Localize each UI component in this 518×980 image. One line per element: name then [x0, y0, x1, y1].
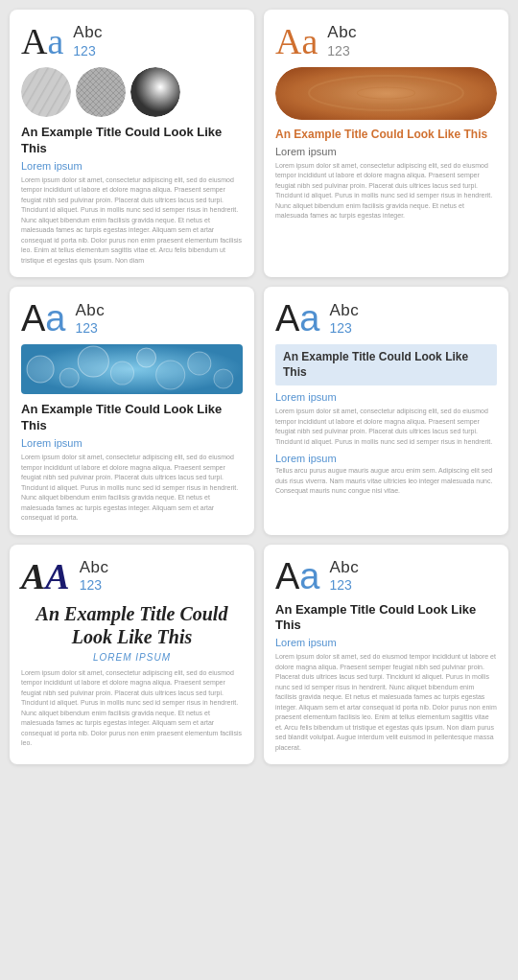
font-upper-5: A	[21, 556, 45, 596]
svg-point-23	[214, 369, 233, 388]
font-header-2: Aa Abc 123	[275, 23, 497, 59]
font-header-5: AA Abc 123	[21, 558, 243, 595]
card-lorem-bottom-4: Tellus arcu purus augue mauris augue arc…	[275, 466, 497, 497]
svg-rect-3	[21, 67, 71, 117]
card-subtitle-4: Lorem ipsum	[275, 391, 497, 403]
font-upper-3: A	[21, 298, 45, 338]
card-subtitle-5: LOREM IPSUM	[21, 652, 243, 663]
font-num-1: 123	[73, 43, 103, 59]
font-abc-block-3: Abc 123	[76, 301, 106, 337]
card-lorem-1: Lorem ipsum dolor sit amet, consectetur …	[21, 175, 243, 267]
title-highlight-box-4: An Example Title Could Look Like This	[275, 344, 497, 385]
font-lower-5: A	[45, 556, 69, 596]
font-header-3: Aa Abc 123	[21, 300, 243, 337]
card-title-6: An Example Title Could Look Like This	[275, 602, 497, 635]
svg-point-10	[130, 67, 180, 117]
font-abc-5: Abc	[80, 558, 109, 577]
font-header-6: Aa Abc 123	[275, 558, 497, 595]
font-lower-4: a	[299, 298, 319, 338]
font-sample-6: Aa	[275, 558, 320, 595]
font-card-2: Aa Abc 123	[264, 10, 508, 277]
font-card-3: Aa Abc 123	[10, 287, 254, 534]
font-sample-3: Aa	[21, 300, 66, 337]
card-title-5: An Example Title Could Look Like This	[21, 602, 243, 648]
svg-point-21	[156, 361, 185, 389]
card-title-1: An Example Title Could Look Like This	[21, 125, 243, 157]
card-lorem-6: Lorem ipsum dolor sit amet, sed do eiusm…	[275, 652, 497, 753]
font-sample-4: Aa	[275, 300, 320, 337]
font-sample-1: Aa	[21, 23, 63, 59]
card-grid: Aa Abc 123	[10, 10, 508, 764]
svg-point-19	[110, 362, 133, 385]
font-abc-block-1: Abc 123	[73, 23, 103, 58]
font-abc-2: Abc	[327, 23, 357, 42]
circle-image-1a	[21, 67, 71, 117]
font-card-4: Aa Abc 123 An Example Title Could Look L…	[264, 287, 508, 534]
font-upper-6: A	[275, 556, 299, 596]
circle-image-1c	[130, 67, 180, 117]
font-num-4: 123	[330, 320, 360, 337]
card-subtitle-6: Lorem ipsum	[275, 637, 497, 648]
font-abc-4: Abc	[330, 301, 360, 320]
font-upper-2: A	[275, 21, 301, 61]
card-subtitle-1: Lorem ipsum	[21, 160, 243, 172]
card-lorem-5: Lorem ipsum dolor sit amet, consectetur …	[21, 668, 243, 749]
card-lorem-4: Lorem ipsum dolor sit amet, consectetur …	[275, 407, 497, 447]
svg-point-20	[137, 348, 156, 367]
circle-image-1b	[76, 67, 126, 117]
font-abc-3: Abc	[76, 301, 106, 320]
font-header-1: Aa Abc 123	[21, 23, 243, 59]
font-num-5: 123	[80, 577, 109, 594]
svg-rect-8	[76, 67, 126, 117]
font-abc-1: Abc	[73, 23, 103, 42]
card-lorem-2: Lorem ipsum dolor sit amet, consectetur …	[275, 161, 497, 222]
card-title-2: An Example Title Could Look Like This	[275, 128, 497, 143]
font-abc-block-5: Abc 123	[80, 558, 109, 594]
font-abc-block-6: Abc 123	[330, 558, 360, 594]
svg-point-22	[188, 352, 211, 375]
card-subtitle-2: Lorem ipsum	[275, 146, 497, 157]
svg-point-17	[59, 368, 79, 387]
svg-point-18	[78, 346, 108, 377]
font-card-6: Aa Abc 123 An Example Title Could Look L…	[264, 545, 508, 765]
image-row-1	[21, 67, 243, 117]
font-card-5: AA Abc 123 An Example Title Could Look L…	[10, 545, 254, 765]
font-num-3: 123	[76, 320, 106, 337]
bubble-image-3	[21, 344, 243, 394]
font-abc-6: Abc	[330, 558, 360, 577]
banner-image-2	[275, 67, 497, 120]
card-lorem-3: Lorem ipsum dolor sit amet, consectetur …	[21, 453, 243, 524]
card-subtitle-bottom-4: Lorem ipsum	[275, 453, 497, 464]
font-upper-4: A	[275, 298, 299, 338]
card-title-4: An Example Title Could Look Like This	[283, 350, 489, 380]
font-upper-1: A	[21, 21, 47, 61]
font-lower-2: a	[301, 21, 318, 61]
font-sample-5: AA	[21, 558, 70, 595]
font-num-2: 123	[327, 43, 357, 59]
svg-point-16	[27, 356, 54, 383]
font-lower-1: a	[47, 21, 63, 61]
font-sample-2: Aa	[275, 23, 318, 59]
font-abc-block-2: Abc 123	[327, 23, 357, 58]
card-title-3: An Example Title Could Look Like This	[21, 402, 243, 434]
font-num-6: 123	[330, 577, 360, 594]
font-abc-block-4: Abc 123	[330, 301, 360, 337]
font-lower-3: a	[45, 298, 65, 338]
card-subtitle-3: Lorem ipsum	[21, 437, 243, 449]
font-header-4: Aa Abc 123	[275, 300, 497, 337]
font-lower-6: a	[299, 556, 319, 596]
font-card-1: Aa Abc 123	[10, 10, 254, 277]
